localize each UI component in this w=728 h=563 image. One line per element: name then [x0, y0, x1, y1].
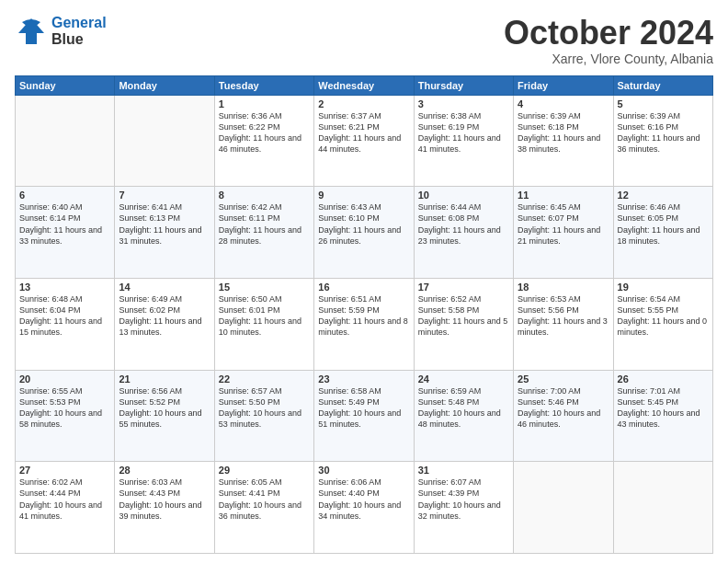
day-number: 11 — [518, 190, 609, 201]
day-info: Sunrise: 6:51 AM Sunset: 5:59 PM Dayligh… — [318, 293, 409, 339]
day-number: 26 — [618, 373, 709, 385]
day-info: Sunrise: 6:46 AM Sunset: 6:05 PM Dayligh… — [618, 201, 709, 247]
day-info: Sunrise: 6:54 AM Sunset: 5:55 PM Dayligh… — [618, 293, 709, 339]
calendar-cell: 26Sunrise: 7:01 AM Sunset: 5:45 PM Dayli… — [613, 370, 712, 462]
calendar-cell: 7Sunrise: 6:41 AM Sunset: 6:13 PM Daylig… — [115, 187, 214, 279]
calendar-table: Sunday Monday Tuesday Wednesday Thursday… — [15, 75, 713, 554]
day-number: 28 — [119, 465, 210, 476]
day-number: 14 — [119, 282, 210, 293]
location: Xarre, Vlore County, Albania — [504, 52, 713, 66]
col-monday: Monday — [115, 75, 214, 95]
calendar-cell: 5Sunrise: 6:39 AM Sunset: 6:16 PM Daylig… — [613, 95, 712, 187]
day-number: 15 — [219, 282, 310, 293]
day-info: Sunrise: 6:45 AM Sunset: 6:07 PM Dayligh… — [518, 201, 609, 247]
calendar-cell: 27Sunrise: 6:02 AM Sunset: 4:44 PM Dayli… — [16, 462, 115, 554]
day-info: Sunrise: 6:06 AM Sunset: 4:40 PM Dayligh… — [318, 477, 409, 522]
day-number: 3 — [418, 98, 509, 109]
calendar-cell — [115, 95, 214, 187]
day-info: Sunrise: 6:50 AM Sunset: 6:01 PM Dayligh… — [219, 293, 310, 339]
calendar-cell: 11Sunrise: 6:45 AM Sunset: 6:07 PM Dayli… — [514, 187, 613, 279]
day-number: 8 — [219, 190, 310, 201]
day-info: Sunrise: 6:56 AM Sunset: 5:52 PM Dayligh… — [119, 385, 210, 431]
calendar-cell — [16, 95, 115, 187]
calendar-cell: 25Sunrise: 7:00 AM Sunset: 5:46 PM Dayli… — [514, 370, 613, 462]
calendar-cell: 20Sunrise: 6:55 AM Sunset: 5:53 PM Dayli… — [16, 370, 115, 462]
day-info: Sunrise: 6:58 AM Sunset: 5:49 PM Dayligh… — [318, 385, 409, 431]
calendar-week-5: 27Sunrise: 6:02 AM Sunset: 4:44 PM Dayli… — [16, 462, 713, 554]
calendar-cell: 10Sunrise: 6:44 AM Sunset: 6:08 PM Dayli… — [414, 187, 513, 279]
day-info: Sunrise: 6:59 AM Sunset: 5:48 PM Dayligh… — [418, 385, 509, 431]
calendar-cell: 13Sunrise: 6:48 AM Sunset: 6:04 PM Dayli… — [16, 278, 115, 370]
day-info: Sunrise: 6:02 AM Sunset: 4:44 PM Dayligh… — [19, 477, 110, 522]
col-tuesday: Tuesday — [214, 75, 313, 95]
calendar-cell: 14Sunrise: 6:49 AM Sunset: 6:02 PM Dayli… — [115, 278, 214, 370]
calendar-header-row: Sunday Monday Tuesday Wednesday Thursday… — [16, 75, 713, 95]
calendar-cell: 23Sunrise: 6:58 AM Sunset: 5:49 PM Dayli… — [314, 370, 414, 462]
day-info: Sunrise: 6:43 AM Sunset: 6:10 PM Dayligh… — [318, 201, 409, 247]
calendar-cell: 3Sunrise: 6:38 AM Sunset: 6:19 PM Daylig… — [414, 95, 513, 187]
day-info: Sunrise: 6:37 AM Sunset: 6:21 PM Dayligh… — [318, 110, 409, 155]
day-info: Sunrise: 7:00 AM Sunset: 5:46 PM Dayligh… — [518, 385, 609, 431]
col-thursday: Thursday — [414, 75, 513, 95]
calendar-cell: 22Sunrise: 6:57 AM Sunset: 5:50 PM Dayli… — [214, 370, 313, 462]
calendar-cell: 9Sunrise: 6:43 AM Sunset: 6:10 PM Daylig… — [314, 187, 414, 279]
logo: General Blue — [15, 15, 107, 48]
calendar-cell: 24Sunrise: 6:59 AM Sunset: 5:48 PM Dayli… — [414, 370, 513, 462]
day-number: 7 — [119, 190, 210, 201]
calendar-cell: 16Sunrise: 6:51 AM Sunset: 5:59 PM Dayli… — [314, 278, 414, 370]
calendar-cell — [514, 462, 613, 554]
header: General Blue October 2024 Xarre, Vlore C… — [15, 15, 713, 66]
calendar-cell: 18Sunrise: 6:53 AM Sunset: 5:56 PM Dayli… — [514, 278, 613, 370]
day-number: 18 — [518, 282, 609, 293]
day-number: 31 — [418, 465, 509, 476]
day-info: Sunrise: 6:41 AM Sunset: 6:13 PM Dayligh… — [119, 201, 210, 247]
calendar-cell: 29Sunrise: 6:05 AM Sunset: 4:41 PM Dayli… — [214, 462, 313, 554]
day-info: Sunrise: 6:03 AM Sunset: 4:43 PM Dayligh… — [119, 477, 210, 522]
calendar-cell: 4Sunrise: 6:39 AM Sunset: 6:18 PM Daylig… — [514, 95, 613, 187]
day-info: Sunrise: 6:42 AM Sunset: 6:11 PM Dayligh… — [219, 201, 310, 247]
day-number: 21 — [119, 373, 210, 385]
day-number: 30 — [318, 465, 409, 476]
calendar-cell: 21Sunrise: 6:56 AM Sunset: 5:52 PM Dayli… — [115, 370, 214, 462]
day-info: Sunrise: 6:39 AM Sunset: 6:18 PM Dayligh… — [518, 110, 609, 155]
day-number: 10 — [418, 190, 509, 201]
day-info: Sunrise: 6:55 AM Sunset: 5:53 PM Dayligh… — [19, 385, 110, 431]
day-info: Sunrise: 6:39 AM Sunset: 6:16 PM Dayligh… — [618, 110, 709, 155]
col-sunday: Sunday — [16, 75, 115, 95]
calendar-cell: 6Sunrise: 6:40 AM Sunset: 6:14 PM Daylig… — [16, 187, 115, 279]
day-number: 9 — [318, 190, 409, 201]
day-number: 6 — [19, 190, 110, 201]
calendar-cell: 2Sunrise: 6:37 AM Sunset: 6:21 PM Daylig… — [314, 95, 414, 187]
col-saturday: Saturday — [613, 75, 712, 95]
day-info: Sunrise: 6:52 AM Sunset: 5:58 PM Dayligh… — [418, 293, 509, 339]
day-number: 16 — [318, 282, 409, 293]
calendar-cell: 30Sunrise: 6:06 AM Sunset: 4:40 PM Dayli… — [314, 462, 414, 554]
calendar-cell: 28Sunrise: 6:03 AM Sunset: 4:43 PM Dayli… — [115, 462, 214, 554]
day-info: Sunrise: 6:38 AM Sunset: 6:19 PM Dayligh… — [418, 110, 509, 155]
calendar-week-4: 20Sunrise: 6:55 AM Sunset: 5:53 PM Dayli… — [16, 370, 713, 462]
day-number: 13 — [19, 282, 110, 293]
day-number: 23 — [318, 373, 409, 385]
day-number: 19 — [618, 282, 709, 293]
calendar-week-1: 1Sunrise: 6:36 AM Sunset: 6:22 PM Daylig… — [16, 95, 713, 187]
day-number: 1 — [219, 98, 310, 109]
calendar-cell: 8Sunrise: 6:42 AM Sunset: 6:11 PM Daylig… — [214, 187, 313, 279]
day-number: 20 — [19, 373, 110, 385]
day-info: Sunrise: 6:40 AM Sunset: 6:14 PM Dayligh… — [19, 201, 110, 247]
page: General Blue October 2024 Xarre, Vlore C… — [0, 0, 728, 563]
day-info: Sunrise: 6:48 AM Sunset: 6:04 PM Dayligh… — [19, 293, 110, 339]
day-info: Sunrise: 6:05 AM Sunset: 4:41 PM Dayligh… — [219, 477, 310, 522]
calendar-cell: 19Sunrise: 6:54 AM Sunset: 5:55 PM Dayli… — [613, 278, 712, 370]
logo-icon — [15, 15, 48, 48]
title-block: October 2024 Xarre, Vlore County, Albani… — [504, 15, 713, 66]
day-number: 2 — [318, 98, 409, 109]
day-number: 5 — [618, 98, 709, 109]
col-friday: Friday — [514, 75, 613, 95]
calendar-week-2: 6Sunrise: 6:40 AM Sunset: 6:14 PM Daylig… — [16, 187, 713, 279]
day-info: Sunrise: 6:49 AM Sunset: 6:02 PM Dayligh… — [119, 293, 210, 339]
day-number: 4 — [518, 98, 609, 109]
day-number: 25 — [518, 373, 609, 385]
day-info: Sunrise: 6:07 AM Sunset: 4:39 PM Dayligh… — [418, 477, 509, 522]
calendar-week-3: 13Sunrise: 6:48 AM Sunset: 6:04 PM Dayli… — [16, 278, 713, 370]
day-info: Sunrise: 7:01 AM Sunset: 5:45 PM Dayligh… — [618, 385, 709, 431]
